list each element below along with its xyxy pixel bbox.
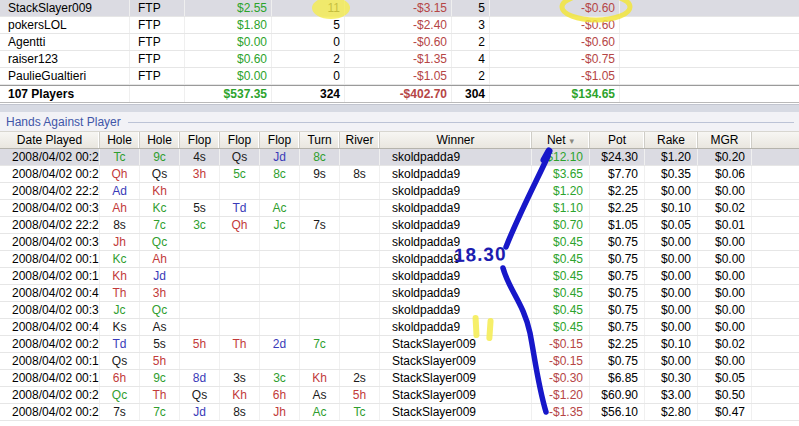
flop-card-1 bbox=[180, 285, 220, 301]
flop-card-1 bbox=[180, 234, 220, 250]
turn-card: 7c bbox=[300, 336, 340, 352]
hole-card-2: Kc bbox=[140, 200, 180, 216]
pot-value: $24.30 bbox=[590, 149, 645, 165]
net-value: -$0.60 bbox=[490, 0, 620, 16]
winner-name: skoldpadda9 bbox=[380, 166, 532, 182]
net-value: -$1.20 bbox=[532, 387, 590, 403]
hand-date: 2008/04/02 00:16 bbox=[0, 353, 100, 369]
river-card: 5h bbox=[340, 387, 380, 403]
col-header-turn[interactable]: Turn bbox=[300, 132, 340, 148]
hand-row[interactable]: 2008/04/02 00:19KcAhskoldpadda9$0.45$0.7… bbox=[0, 251, 799, 268]
col-header-pot[interactable]: Pot bbox=[590, 132, 645, 148]
turn-card bbox=[300, 353, 340, 369]
flop-card-3: 6h bbox=[260, 387, 300, 403]
mgr-value: $0.00 bbox=[698, 319, 752, 335]
hand-date: 2008/04/02 00:22 bbox=[0, 404, 100, 420]
hole-card-2: 5s bbox=[140, 336, 180, 352]
flop-card-3: 3c bbox=[260, 370, 300, 386]
col-header-flop[interactable]: Flop bbox=[180, 132, 220, 148]
river-card bbox=[340, 353, 380, 369]
sort-desc-arrow-icon: ▾ bbox=[570, 136, 575, 146]
flop-card-3: 2d bbox=[260, 336, 300, 352]
river-card bbox=[340, 336, 380, 352]
winner-name: skoldpadda9 bbox=[380, 183, 532, 199]
count-b-value: 304 bbox=[452, 86, 490, 102]
mgr-value: $0.00 bbox=[698, 353, 752, 369]
hole-card-1: Ks bbox=[100, 319, 140, 335]
hole-card-1: Qs bbox=[100, 353, 140, 369]
row-filler bbox=[620, 17, 799, 33]
col-header-date-played[interactable]: Date Played bbox=[0, 132, 100, 148]
section-divider bbox=[0, 104, 799, 112]
site-label bbox=[130, 86, 185, 102]
hand-row[interactable]: 2008/04/02 00:35JcQcskoldpadda9$0.45$0.7… bbox=[0, 302, 799, 319]
player-row[interactable]: AgenttiFTP$0.000-$0.602-$0.60 bbox=[0, 34, 799, 51]
row-filler bbox=[752, 319, 799, 335]
col-header-flop[interactable]: Flop bbox=[260, 132, 300, 148]
col-header-mgr[interactable]: MGR bbox=[698, 132, 752, 148]
hand-row[interactable]: 2008/04/02 00:20Td5s5hTh2d7cStackSlayer0… bbox=[0, 336, 799, 353]
player-row[interactable]: pokersLOLFTP$1.805-$2.403-$0.60 bbox=[0, 17, 799, 34]
count-a-value: 324 bbox=[272, 86, 345, 102]
hand-row[interactable]: 2008/04/02 00:10KhJdskoldpadda9$0.45$0.7… bbox=[0, 268, 799, 285]
hand-row[interactable]: 2008/04/02 22:24AdKhskoldpadda9$1.20$2.2… bbox=[0, 183, 799, 200]
amount-won-value: $537.35 bbox=[185, 86, 272, 102]
net-value: $0.45 bbox=[532, 268, 590, 284]
pot-value: $0.75 bbox=[590, 353, 645, 369]
rake-value: $2.80 bbox=[645, 404, 698, 420]
amount-won-value: $0.00 bbox=[185, 68, 272, 84]
col-header-winner[interactable]: Winner bbox=[380, 132, 532, 148]
flop-card-1 bbox=[180, 268, 220, 284]
hand-row[interactable]: 2008/04/02 22:288s7c3cQhJc7sskoldpadda9$… bbox=[0, 217, 799, 234]
turn-card: As bbox=[300, 387, 340, 403]
mgr-value: $0.00 bbox=[698, 234, 752, 250]
col-header-flop[interactable]: Flop bbox=[220, 132, 260, 148]
flop-card-3: 8c bbox=[260, 166, 300, 182]
col-header-river[interactable]: River bbox=[340, 132, 380, 148]
hand-date: 2008/04/02 22:28 bbox=[0, 217, 100, 233]
poker-tracker-window: StackSlayer009FTP$2.5511-$3.155-$0.60pok… bbox=[0, 0, 799, 426]
col-header-hole[interactable]: Hole bbox=[100, 132, 140, 148]
rake-value: $0.00 bbox=[645, 183, 698, 199]
hand-row[interactable]: 2008/04/02 00:21QhQs3h5c8c9s8sskoldpadda… bbox=[0, 166, 799, 183]
flop-card-2 bbox=[220, 234, 260, 250]
count-b-value: 2 bbox=[452, 34, 490, 50]
hand-row[interactable]: 2008/04/02 00:32JhQcskoldpadda9$0.45$0.7… bbox=[0, 234, 799, 251]
flop-card-2 bbox=[220, 302, 260, 318]
hole-card-1: Kh bbox=[100, 268, 140, 284]
hand-row[interactable]: 2008/04/02 00:16Qs5hStackSlayer009-$0.15… bbox=[0, 353, 799, 370]
hand-row[interactable]: 2008/04/02 00:227s7cJd8sJhAcTcStackSlaye… bbox=[0, 404, 799, 421]
pot-value: $2.25 bbox=[590, 336, 645, 352]
player-row[interactable]: PaulieGualtieriFTP$0.000-$1.052-$1.05 bbox=[0, 68, 799, 85]
flop-card-1: Qs bbox=[180, 387, 220, 403]
rake-value: $0.10 bbox=[645, 200, 698, 216]
pot-value: $0.75 bbox=[590, 285, 645, 301]
hand-row[interactable]: 2008/04/02 00:36AhKc5sTdAcskoldpadda9$1.… bbox=[0, 200, 799, 217]
players-totals-row[interactable]: 107 Players$537.35324-$402.70304$134.65 bbox=[0, 85, 799, 103]
turn-card bbox=[300, 183, 340, 199]
turn-card bbox=[300, 234, 340, 250]
turn-card: 9s bbox=[300, 166, 340, 182]
mgr-value: $0.06 bbox=[698, 166, 752, 182]
row-filler bbox=[752, 387, 799, 403]
hand-row[interactable]: 2008/04/02 00:47Th3hskoldpadda9$0.45$0.7… bbox=[0, 285, 799, 302]
hand-row[interactable]: 2008/04/02 00:126h9c8d3s3cKh2sStackSlaye… bbox=[0, 370, 799, 387]
turn-card: Ac bbox=[300, 404, 340, 420]
hole-card-2: 9c bbox=[140, 149, 180, 165]
col-header-label: Winner bbox=[436, 133, 474, 147]
col-header-hole[interactable]: Hole bbox=[140, 132, 180, 148]
col-header-filler bbox=[752, 132, 799, 148]
col-header-rake[interactable]: Rake bbox=[645, 132, 698, 148]
col-header-net[interactable]: Net▾ bbox=[532, 132, 590, 148]
amount-lost-value: -$402.70 bbox=[345, 86, 452, 102]
player-row[interactable]: raiser123FTP$0.602-$1.354-$0.75 bbox=[0, 51, 799, 68]
row-filler bbox=[752, 149, 799, 165]
player-row[interactable]: StackSlayer009FTP$2.5511-$3.155-$0.60 bbox=[0, 0, 799, 17]
flop-card-2: 5c bbox=[220, 166, 260, 182]
hand-row[interactable]: 2008/04/02 00:44KsAsskoldpadda9$0.45$0.7… bbox=[0, 319, 799, 336]
flop-card-2: Qs bbox=[220, 149, 260, 165]
hand-row[interactable]: 2008/04/02 00:23QcThQsKh6hAs5hStackSlaye… bbox=[0, 387, 799, 404]
hand-row[interactable]: 2008/04/02 00:22Tc9c4sQsJd8cskoldpadda9$… bbox=[0, 149, 799, 166]
pot-value: $2.25 bbox=[590, 183, 645, 199]
pot-value: $0.75 bbox=[590, 251, 645, 267]
